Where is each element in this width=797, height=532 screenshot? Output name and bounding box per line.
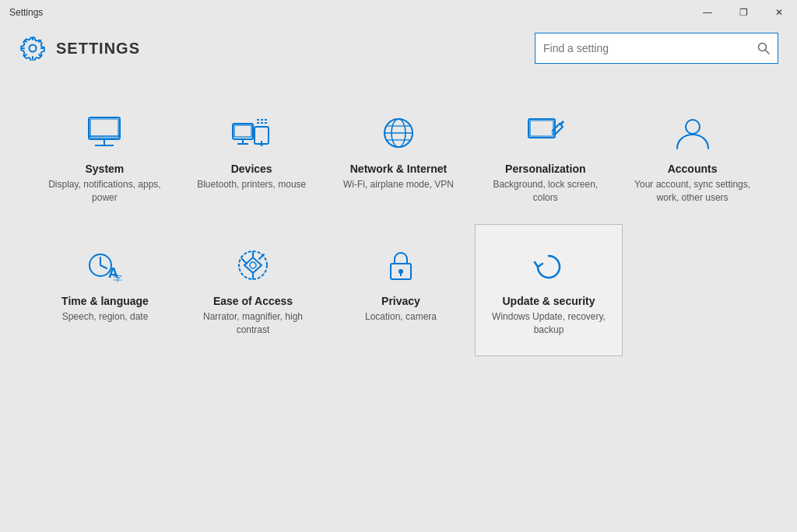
svg-rect-15 — [257, 119, 259, 121]
setting-desc-time: Speech, region, date — [62, 310, 149, 324]
svg-rect-17 — [265, 119, 267, 121]
accounts-icon — [671, 111, 714, 155]
setting-item-update[interactable]: Update & securityWindows Update, recover… — [475, 224, 623, 356]
setting-name-update: Update & security — [502, 295, 595, 307]
setting-name-ease: Ease of Access — [213, 295, 293, 307]
titlebar-title: Settings — [9, 7, 43, 18]
setting-name-time: Time & language — [61, 295, 149, 307]
setting-item-network[interactable]: Network & InternetWi-Fi, airplane mode, … — [325, 92, 472, 224]
setting-item-ease[interactable]: Ease of AccessNarrator, magnifier, high … — [179, 224, 327, 356]
time-icon: A 字 — [83, 243, 127, 287]
settings-content: SystemDisplay, notifications, apps, powe… — [0, 76, 797, 372]
setting-item-devices[interactable]: DevicesBluetooth, printers, mouse — [178, 92, 325, 224]
svg-rect-4 — [90, 119, 118, 138]
svg-rect-16 — [261, 119, 263, 121]
svg-point-40 — [398, 269, 403, 274]
svg-point-29 — [686, 120, 700, 134]
setting-desc-ease: Narrator, magnifier, high contrast — [192, 310, 314, 337]
setting-desc-accounts: Your account, sync settings, work, other… — [632, 178, 753, 205]
svg-rect-26 — [528, 119, 555, 138]
setting-desc-system: Display, notifications, apps, power — [44, 178, 165, 205]
svg-rect-20 — [265, 122, 267, 124]
search-input[interactable] — [543, 42, 757, 54]
setting-item-system[interactable]: SystemDisplay, notifications, apps, powe… — [31, 92, 178, 224]
setting-desc-devices: Bluetooth, printers, mouse — [197, 178, 306, 191]
setting-name-accounts: Accounts — [668, 163, 718, 175]
svg-rect-18 — [257, 122, 259, 124]
settings-gear-icon — [19, 34, 47, 62]
setting-item-accounts[interactable]: AccountsYour account, sync settings, wor… — [619, 92, 766, 224]
svg-line-32 — [100, 265, 107, 268]
close-button[interactable]: ✕ — [761, 0, 797, 25]
titlebar: Settings — ❐ ✕ — [0, 0, 797, 25]
setting-item-personalization[interactable]: PersonalizationBackground, lock screen, … — [472, 92, 619, 224]
svg-point-36 — [250, 262, 256, 268]
setting-desc-update: Windows Update, recovery, backup — [488, 310, 609, 337]
svg-rect-19 — [261, 122, 263, 124]
setting-desc-privacy: Location, camera — [365, 310, 437, 324]
page-title: SETTINGS — [56, 40, 140, 58]
setting-name-network: Network & Internet — [350, 163, 447, 175]
svg-point-0 — [30, 45, 37, 52]
svg-rect-9 — [234, 125, 251, 137]
settings-grid: SystemDisplay, notifications, apps, powe… — [31, 92, 766, 356]
setting-name-system: System — [85, 163, 124, 175]
setting-item-time[interactable]: A 字 Time & languageSpeech, region, date — [31, 224, 179, 356]
svg-rect-27 — [530, 121, 553, 136]
header-left: SETTINGS — [19, 34, 140, 62]
svg-text:字: 字 — [113, 274, 122, 282]
setting-item-privacy[interactable]: PrivacyLocation, camera — [327, 224, 475, 356]
titlebar-controls: — ❐ ✕ — [690, 0, 797, 25]
maximize-button[interactable]: ❐ — [725, 0, 761, 25]
network-icon — [377, 111, 420, 155]
update-icon — [527, 243, 571, 287]
minimize-button[interactable]: — — [690, 0, 725, 25]
setting-desc-personalization: Background, lock screen, colors — [485, 178, 606, 205]
svg-line-2 — [766, 51, 770, 54]
setting-name-privacy: Privacy — [381, 295, 420, 307]
personalization-icon — [524, 111, 567, 155]
settings-row: SystemDisplay, notifications, apps, powe… — [31, 92, 766, 224]
search-box[interactable] — [535, 33, 778, 64]
system-icon — [83, 111, 126, 155]
search-icon — [757, 42, 770, 54]
setting-name-devices: Devices — [231, 163, 272, 175]
setting-desc-network: Wi-Fi, airplane mode, VPN — [343, 178, 454, 191]
setting-name-personalization: Personalization — [505, 163, 585, 175]
devices-icon — [230, 111, 273, 155]
settings-row: A 字 Time & languageSpeech, region, date … — [31, 224, 766, 356]
ease-icon — [231, 243, 275, 287]
privacy-icon — [379, 243, 423, 287]
header: SETTINGS — [0, 25, 797, 76]
